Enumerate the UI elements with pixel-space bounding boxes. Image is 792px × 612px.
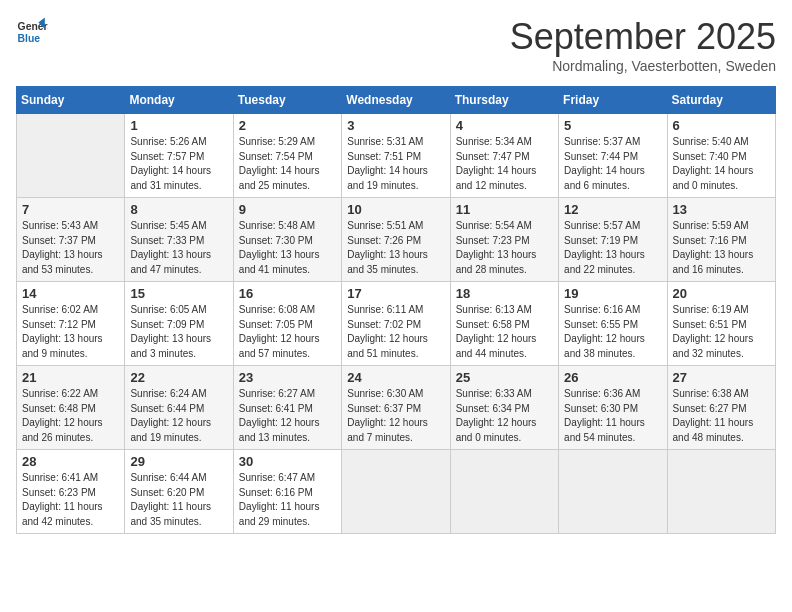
day-info: Sunrise: 5:54 AMSunset: 7:23 PMDaylight:… <box>456 219 553 277</box>
calendar-cell: 11Sunrise: 5:54 AMSunset: 7:23 PMDayligh… <box>450 198 558 282</box>
calendar-week-row: 7Sunrise: 5:43 AMSunset: 7:37 PMDaylight… <box>17 198 776 282</box>
calendar-week-row: 28Sunrise: 6:41 AMSunset: 6:23 PMDayligh… <box>17 450 776 534</box>
day-info: Sunrise: 5:26 AMSunset: 7:57 PMDaylight:… <box>130 135 227 193</box>
day-number: 16 <box>239 286 336 301</box>
day-info: Sunrise: 6:30 AMSunset: 6:37 PMDaylight:… <box>347 387 444 445</box>
weekday-header-thursday: Thursday <box>450 87 558 114</box>
calendar-cell: 17Sunrise: 6:11 AMSunset: 7:02 PMDayligh… <box>342 282 450 366</box>
day-number: 4 <box>456 118 553 133</box>
day-number: 26 <box>564 370 661 385</box>
day-info: Sunrise: 5:57 AMSunset: 7:19 PMDaylight:… <box>564 219 661 277</box>
day-info: Sunrise: 6:24 AMSunset: 6:44 PMDaylight:… <box>130 387 227 445</box>
calendar-cell: 27Sunrise: 6:38 AMSunset: 6:27 PMDayligh… <box>667 366 775 450</box>
calendar-cell: 7Sunrise: 5:43 AMSunset: 7:37 PMDaylight… <box>17 198 125 282</box>
calendar-cell: 5Sunrise: 5:37 AMSunset: 7:44 PMDaylight… <box>559 114 667 198</box>
calendar-cell <box>17 114 125 198</box>
day-number: 23 <box>239 370 336 385</box>
weekday-header-tuesday: Tuesday <box>233 87 341 114</box>
day-info: Sunrise: 6:44 AMSunset: 6:20 PMDaylight:… <box>130 471 227 529</box>
calendar-cell: 22Sunrise: 6:24 AMSunset: 6:44 PMDayligh… <box>125 366 233 450</box>
calendar-cell <box>667 450 775 534</box>
day-info: Sunrise: 6:19 AMSunset: 6:51 PMDaylight:… <box>673 303 770 361</box>
day-number: 30 <box>239 454 336 469</box>
day-info: Sunrise: 6:27 AMSunset: 6:41 PMDaylight:… <box>239 387 336 445</box>
calendar-week-row: 1Sunrise: 5:26 AMSunset: 7:57 PMDaylight… <box>17 114 776 198</box>
weekday-header-monday: Monday <box>125 87 233 114</box>
day-number: 22 <box>130 370 227 385</box>
page-header: General Blue September 2025 Nordmaling, … <box>16 16 776 74</box>
calendar-subtitle: Nordmaling, Vaesterbotten, Sweden <box>510 58 776 74</box>
calendar-cell <box>342 450 450 534</box>
calendar-cell: 13Sunrise: 5:59 AMSunset: 7:16 PMDayligh… <box>667 198 775 282</box>
calendar-cell: 29Sunrise: 6:44 AMSunset: 6:20 PMDayligh… <box>125 450 233 534</box>
day-number: 6 <box>673 118 770 133</box>
calendar-cell: 25Sunrise: 6:33 AMSunset: 6:34 PMDayligh… <box>450 366 558 450</box>
day-number: 2 <box>239 118 336 133</box>
day-number: 3 <box>347 118 444 133</box>
calendar-week-row: 21Sunrise: 6:22 AMSunset: 6:48 PMDayligh… <box>17 366 776 450</box>
calendar-cell: 12Sunrise: 5:57 AMSunset: 7:19 PMDayligh… <box>559 198 667 282</box>
weekday-header-row: SundayMondayTuesdayWednesdayThursdayFrid… <box>17 87 776 114</box>
day-number: 14 <box>22 286 119 301</box>
day-info: Sunrise: 6:13 AMSunset: 6:58 PMDaylight:… <box>456 303 553 361</box>
day-info: Sunrise: 5:45 AMSunset: 7:33 PMDaylight:… <box>130 219 227 277</box>
day-info: Sunrise: 6:08 AMSunset: 7:05 PMDaylight:… <box>239 303 336 361</box>
day-info: Sunrise: 6:33 AMSunset: 6:34 PMDaylight:… <box>456 387 553 445</box>
weekday-header-wednesday: Wednesday <box>342 87 450 114</box>
calendar-cell: 14Sunrise: 6:02 AMSunset: 7:12 PMDayligh… <box>17 282 125 366</box>
calendar-cell: 2Sunrise: 5:29 AMSunset: 7:54 PMDaylight… <box>233 114 341 198</box>
day-number: 15 <box>130 286 227 301</box>
calendar-table: SundayMondayTuesdayWednesdayThursdayFrid… <box>16 86 776 534</box>
day-number: 10 <box>347 202 444 217</box>
calendar-cell: 20Sunrise: 6:19 AMSunset: 6:51 PMDayligh… <box>667 282 775 366</box>
day-number: 8 <box>130 202 227 217</box>
calendar-cell: 21Sunrise: 6:22 AMSunset: 6:48 PMDayligh… <box>17 366 125 450</box>
calendar-cell: 19Sunrise: 6:16 AMSunset: 6:55 PMDayligh… <box>559 282 667 366</box>
day-number: 28 <box>22 454 119 469</box>
day-number: 25 <box>456 370 553 385</box>
day-number: 17 <box>347 286 444 301</box>
calendar-cell: 16Sunrise: 6:08 AMSunset: 7:05 PMDayligh… <box>233 282 341 366</box>
day-info: Sunrise: 6:05 AMSunset: 7:09 PMDaylight:… <box>130 303 227 361</box>
day-number: 19 <box>564 286 661 301</box>
day-number: 1 <box>130 118 227 133</box>
title-area: September 2025 Nordmaling, Vaesterbotten… <box>510 16 776 74</box>
calendar-week-row: 14Sunrise: 6:02 AMSunset: 7:12 PMDayligh… <box>17 282 776 366</box>
calendar-cell: 8Sunrise: 5:45 AMSunset: 7:33 PMDaylight… <box>125 198 233 282</box>
day-info: Sunrise: 5:31 AMSunset: 7:51 PMDaylight:… <box>347 135 444 193</box>
day-info: Sunrise: 5:37 AMSunset: 7:44 PMDaylight:… <box>564 135 661 193</box>
calendar-cell: 28Sunrise: 6:41 AMSunset: 6:23 PMDayligh… <box>17 450 125 534</box>
calendar-title: September 2025 <box>510 16 776 58</box>
day-number: 24 <box>347 370 444 385</box>
day-info: Sunrise: 6:16 AMSunset: 6:55 PMDaylight:… <box>564 303 661 361</box>
day-number: 5 <box>564 118 661 133</box>
calendar-cell: 26Sunrise: 6:36 AMSunset: 6:30 PMDayligh… <box>559 366 667 450</box>
day-number: 21 <box>22 370 119 385</box>
calendar-cell: 6Sunrise: 5:40 AMSunset: 7:40 PMDaylight… <box>667 114 775 198</box>
day-info: Sunrise: 5:34 AMSunset: 7:47 PMDaylight:… <box>456 135 553 193</box>
calendar-cell: 1Sunrise: 5:26 AMSunset: 7:57 PMDaylight… <box>125 114 233 198</box>
calendar-cell: 18Sunrise: 6:13 AMSunset: 6:58 PMDayligh… <box>450 282 558 366</box>
day-number: 7 <box>22 202 119 217</box>
calendar-cell: 24Sunrise: 6:30 AMSunset: 6:37 PMDayligh… <box>342 366 450 450</box>
day-info: Sunrise: 5:59 AMSunset: 7:16 PMDaylight:… <box>673 219 770 277</box>
calendar-cell <box>450 450 558 534</box>
calendar-cell: 3Sunrise: 5:31 AMSunset: 7:51 PMDaylight… <box>342 114 450 198</box>
weekday-header-saturday: Saturday <box>667 87 775 114</box>
svg-text:Blue: Blue <box>18 33 41 44</box>
calendar-cell: 23Sunrise: 6:27 AMSunset: 6:41 PMDayligh… <box>233 366 341 450</box>
day-info: Sunrise: 5:48 AMSunset: 7:30 PMDaylight:… <box>239 219 336 277</box>
day-info: Sunrise: 6:47 AMSunset: 6:16 PMDaylight:… <box>239 471 336 529</box>
day-info: Sunrise: 5:29 AMSunset: 7:54 PMDaylight:… <box>239 135 336 193</box>
day-info: Sunrise: 6:38 AMSunset: 6:27 PMDaylight:… <box>673 387 770 445</box>
day-info: Sunrise: 5:43 AMSunset: 7:37 PMDaylight:… <box>22 219 119 277</box>
day-number: 13 <box>673 202 770 217</box>
calendar-cell <box>559 450 667 534</box>
day-info: Sunrise: 6:41 AMSunset: 6:23 PMDaylight:… <box>22 471 119 529</box>
logo-icon: General Blue <box>16 16 48 48</box>
day-number: 27 <box>673 370 770 385</box>
calendar-cell: 30Sunrise: 6:47 AMSunset: 6:16 PMDayligh… <box>233 450 341 534</box>
day-number: 20 <box>673 286 770 301</box>
weekday-header-friday: Friday <box>559 87 667 114</box>
day-info: Sunrise: 5:40 AMSunset: 7:40 PMDaylight:… <box>673 135 770 193</box>
